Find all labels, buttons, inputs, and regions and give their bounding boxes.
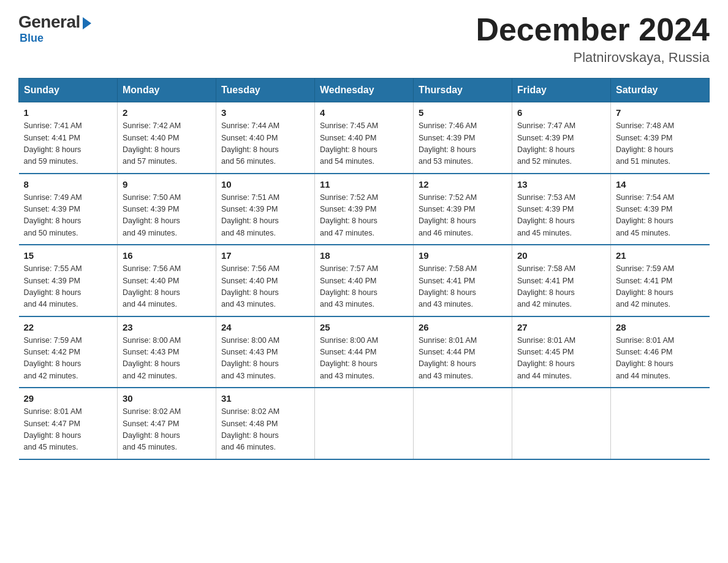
day-info: Sunrise: 7:41 AM Sunset: 4:41 PM Dayligh… bbox=[24, 120, 113, 168]
month-title: December 2024 bbox=[476, 12, 710, 47]
day-number: 15 bbox=[24, 250, 113, 261]
day-number: 10 bbox=[221, 179, 309, 190]
calendar-cell: 5Sunrise: 7:46 AM Sunset: 4:39 PM Daylig… bbox=[414, 102, 512, 174]
calendar-week-row: 15Sunrise: 7:55 AM Sunset: 4:39 PM Dayli… bbox=[19, 245, 710, 316]
day-info: Sunrise: 7:51 AM Sunset: 4:39 PM Dayligh… bbox=[221, 192, 309, 240]
day-info: Sunrise: 7:59 AM Sunset: 4:41 PM Dayligh… bbox=[616, 263, 705, 311]
day-info: Sunrise: 7:42 AM Sunset: 4:40 PM Dayligh… bbox=[123, 120, 211, 168]
calendar-cell: 25Sunrise: 8:00 AM Sunset: 4:44 PM Dayli… bbox=[315, 316, 414, 388]
day-number: 6 bbox=[517, 107, 605, 118]
calendar-cell: 4Sunrise: 7:45 AM Sunset: 4:40 PM Daylig… bbox=[315, 102, 414, 174]
calendar-week-row: 8Sunrise: 7:49 AM Sunset: 4:39 PM Daylig… bbox=[19, 174, 710, 245]
day-number: 25 bbox=[320, 322, 408, 332]
day-number: 23 bbox=[123, 322, 211, 332]
day-number: 5 bbox=[419, 107, 507, 118]
day-info: Sunrise: 7:52 AM Sunset: 4:39 PM Dayligh… bbox=[320, 192, 408, 240]
day-number: 16 bbox=[123, 250, 211, 261]
header-friday: Friday bbox=[512, 79, 611, 102]
calendar-cell: 1Sunrise: 7:41 AM Sunset: 4:41 PM Daylig… bbox=[19, 102, 118, 174]
logo-arrow-icon bbox=[83, 17, 91, 29]
title-section: December 2024 Platnirovskaya, Russia bbox=[476, 12, 710, 66]
calendar-week-row: 22Sunrise: 7:59 AM Sunset: 4:42 PM Dayli… bbox=[19, 316, 710, 388]
day-number: 30 bbox=[123, 393, 211, 404]
calendar-cell: 16Sunrise: 7:56 AM Sunset: 4:40 PM Dayli… bbox=[118, 245, 216, 316]
day-number: 1 bbox=[24, 107, 113, 118]
day-info: Sunrise: 7:53 AM Sunset: 4:39 PM Dayligh… bbox=[517, 192, 605, 240]
calendar-cell: 28Sunrise: 8:01 AM Sunset: 4:46 PM Dayli… bbox=[611, 316, 710, 388]
calendar-cell: 10Sunrise: 7:51 AM Sunset: 4:39 PM Dayli… bbox=[216, 174, 315, 245]
calendar-cell bbox=[512, 388, 611, 459]
header-wednesday: Wednesday bbox=[315, 79, 414, 102]
day-info: Sunrise: 7:59 AM Sunset: 4:42 PM Dayligh… bbox=[24, 335, 113, 383]
day-info: Sunrise: 8:00 AM Sunset: 4:43 PM Dayligh… bbox=[123, 335, 211, 383]
logo: General Blue bbox=[18, 12, 91, 45]
calendar-table: SundayMondayTuesdayWednesdayThursdayFrid… bbox=[18, 78, 710, 460]
day-info: Sunrise: 7:56 AM Sunset: 4:40 PM Dayligh… bbox=[123, 263, 211, 311]
calendar-cell: 27Sunrise: 8:01 AM Sunset: 4:45 PM Dayli… bbox=[512, 316, 611, 388]
day-info: Sunrise: 8:01 AM Sunset: 4:46 PM Dayligh… bbox=[616, 335, 705, 383]
calendar-cell: 23Sunrise: 8:00 AM Sunset: 4:43 PM Dayli… bbox=[118, 316, 216, 388]
header-thursday: Thursday bbox=[414, 79, 512, 102]
day-info: Sunrise: 7:56 AM Sunset: 4:40 PM Dayligh… bbox=[221, 263, 309, 311]
day-number: 27 bbox=[517, 322, 605, 332]
day-info: Sunrise: 7:57 AM Sunset: 4:40 PM Dayligh… bbox=[320, 263, 408, 311]
calendar-cell: 14Sunrise: 7:54 AM Sunset: 4:39 PM Dayli… bbox=[611, 174, 710, 245]
day-info: Sunrise: 8:01 AM Sunset: 4:45 PM Dayligh… bbox=[517, 335, 605, 383]
day-info: Sunrise: 7:48 AM Sunset: 4:39 PM Dayligh… bbox=[616, 120, 705, 168]
calendar-cell: 24Sunrise: 8:00 AM Sunset: 4:43 PM Dayli… bbox=[216, 316, 315, 388]
day-info: Sunrise: 8:01 AM Sunset: 4:44 PM Dayligh… bbox=[419, 335, 507, 383]
location-text: Platnirovskaya, Russia bbox=[476, 50, 710, 66]
calendar-cell: 18Sunrise: 7:57 AM Sunset: 4:40 PM Dayli… bbox=[315, 245, 414, 316]
day-number: 26 bbox=[419, 322, 507, 332]
calendar-cell bbox=[315, 388, 414, 459]
calendar-week-row: 1Sunrise: 7:41 AM Sunset: 4:41 PM Daylig… bbox=[19, 102, 710, 174]
day-number: 13 bbox=[517, 179, 605, 190]
day-number: 17 bbox=[221, 250, 309, 261]
calendar-cell: 31Sunrise: 8:02 AM Sunset: 4:48 PM Dayli… bbox=[216, 388, 315, 459]
day-number: 7 bbox=[616, 107, 705, 118]
day-number: 18 bbox=[320, 250, 408, 261]
header-saturday: Saturday bbox=[611, 79, 710, 102]
logo-general-text: General bbox=[18, 12, 80, 32]
day-info: Sunrise: 7:52 AM Sunset: 4:39 PM Dayligh… bbox=[419, 192, 507, 240]
calendar-cell: 22Sunrise: 7:59 AM Sunset: 4:42 PM Dayli… bbox=[19, 316, 118, 388]
calendar-header-row: SundayMondayTuesdayWednesdayThursdayFrid… bbox=[19, 79, 710, 102]
day-number: 2 bbox=[123, 107, 211, 118]
calendar-cell: 6Sunrise: 7:47 AM Sunset: 4:39 PM Daylig… bbox=[512, 102, 611, 174]
calendar-cell: 17Sunrise: 7:56 AM Sunset: 4:40 PM Dayli… bbox=[216, 245, 315, 316]
day-number: 12 bbox=[419, 179, 507, 190]
calendar-cell: 7Sunrise: 7:48 AM Sunset: 4:39 PM Daylig… bbox=[611, 102, 710, 174]
day-info: Sunrise: 8:01 AM Sunset: 4:47 PM Dayligh… bbox=[24, 406, 113, 454]
day-number: 24 bbox=[221, 322, 309, 332]
day-number: 28 bbox=[616, 322, 705, 332]
header-sunday: Sunday bbox=[19, 79, 118, 102]
day-number: 19 bbox=[419, 250, 507, 261]
header-tuesday: Tuesday bbox=[216, 79, 315, 102]
calendar-cell: 20Sunrise: 7:58 AM Sunset: 4:41 PM Dayli… bbox=[512, 245, 611, 316]
day-number: 14 bbox=[616, 179, 705, 190]
day-info: Sunrise: 7:58 AM Sunset: 4:41 PM Dayligh… bbox=[419, 263, 507, 311]
day-info: Sunrise: 7:54 AM Sunset: 4:39 PM Dayligh… bbox=[616, 192, 705, 240]
day-info: Sunrise: 7:58 AM Sunset: 4:41 PM Dayligh… bbox=[517, 263, 605, 311]
calendar-cell bbox=[414, 388, 512, 459]
calendar-cell bbox=[611, 388, 710, 459]
calendar-cell: 13Sunrise: 7:53 AM Sunset: 4:39 PM Dayli… bbox=[512, 174, 611, 245]
calendar-cell: 26Sunrise: 8:01 AM Sunset: 4:44 PM Dayli… bbox=[414, 316, 512, 388]
calendar-cell: 8Sunrise: 7:49 AM Sunset: 4:39 PM Daylig… bbox=[19, 174, 118, 245]
calendar-cell: 15Sunrise: 7:55 AM Sunset: 4:39 PM Dayli… bbox=[19, 245, 118, 316]
day-number: 21 bbox=[616, 250, 705, 261]
day-number: 31 bbox=[221, 393, 309, 404]
calendar-cell: 11Sunrise: 7:52 AM Sunset: 4:39 PM Dayli… bbox=[315, 174, 414, 245]
day-number: 3 bbox=[221, 107, 309, 118]
day-number: 11 bbox=[320, 179, 408, 190]
day-info: Sunrise: 8:02 AM Sunset: 4:48 PM Dayligh… bbox=[221, 406, 309, 454]
calendar-cell: 2Sunrise: 7:42 AM Sunset: 4:40 PM Daylig… bbox=[118, 102, 216, 174]
day-info: Sunrise: 8:02 AM Sunset: 4:47 PM Dayligh… bbox=[123, 406, 211, 454]
header-monday: Monday bbox=[118, 79, 216, 102]
page-header: General Blue December 2024 Platnirovskay… bbox=[18, 12, 710, 66]
day-info: Sunrise: 7:44 AM Sunset: 4:40 PM Dayligh… bbox=[221, 120, 309, 168]
calendar-cell: 3Sunrise: 7:44 AM Sunset: 4:40 PM Daylig… bbox=[216, 102, 315, 174]
calendar-week-row: 29Sunrise: 8:01 AM Sunset: 4:47 PM Dayli… bbox=[19, 388, 710, 459]
day-info: Sunrise: 8:00 AM Sunset: 4:43 PM Dayligh… bbox=[221, 335, 309, 383]
day-info: Sunrise: 7:45 AM Sunset: 4:40 PM Dayligh… bbox=[320, 120, 408, 168]
